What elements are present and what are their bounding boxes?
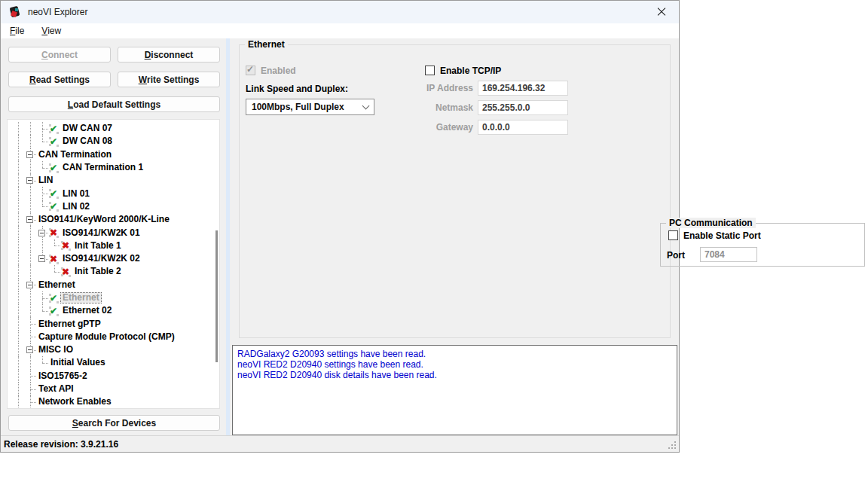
cross-icon: ✖ (60, 239, 72, 252)
tree-item-init-table-1[interactable]: ✖Init Table 1 (12, 239, 219, 252)
release-revision-text: Release revision: 3.9.21.16 (4, 439, 118, 450)
search-for-devices-button[interactable]: Search For Devices (8, 415, 220, 431)
close-button[interactable] (644, 1, 679, 23)
tree-item-lin-02[interactable]: ✔LIN 02 (12, 200, 219, 213)
netmask-input[interactable]: 255.255.0.0 (478, 100, 568, 115)
resize-grip[interactable] (674, 447, 676, 449)
port-input[interactable]: 7084 (700, 247, 757, 262)
tree-item-label: Network Enables (36, 397, 114, 407)
tree-item-label: Ethernet 02 (60, 306, 114, 316)
read-settings-button[interactable]: Read Settings (8, 72, 111, 87)
tree-item-label: LIN 02 (60, 202, 92, 212)
tree-item-ethernet[interactable]: Ethernet (12, 279, 219, 291)
gateway-input[interactable]: 0.0.0.0 (478, 120, 568, 135)
check-mark-icon: ✓ (246, 64, 254, 75)
ip-fields: IP Address169.254.196.32Netmask255.255.0… (423, 81, 568, 135)
expander-minus[interactable] (38, 230, 45, 236)
window-title: neoVI Explorer (28, 7, 87, 17)
tree-item-label: Ethernet (60, 292, 102, 303)
log-panel: RADGalaxy2 G20093 settings have been rea… (232, 345, 677, 435)
enable-tcpip-label: Enable TCP/IP (440, 66, 501, 76)
tree-item-initial-values[interactable]: Initial Values (12, 356, 219, 369)
tree-item-label: ISO9141/KeyWord 2000/K-Line (36, 215, 172, 224)
expander-minus[interactable] (26, 216, 33, 223)
pc-communication-groupbox: PC Communication Enable Static Port Port… (660, 223, 865, 267)
expander-minus[interactable] (26, 177, 33, 184)
maximize-button[interactable] (610, 1, 644, 23)
window-controls (575, 1, 679, 23)
check-icon: ✔ (48, 305, 60, 317)
tree-item-misc-io[interactable]: MISC IO (12, 343, 219, 356)
tree-item-label: CAN Termination (36, 150, 114, 160)
tree-item-label: ISO15765-2 (36, 371, 90, 381)
tree-item-init-table-2[interactable]: ✖Init Table 2 (12, 265, 219, 278)
field-row-ip-address: IP Address169.254.196.32 (423, 81, 568, 96)
expander-minus[interactable] (38, 255, 45, 262)
tree-item-capture-module-protocol-cmp[interactable]: Capture Module Protocol (CMP) (12, 331, 219, 343)
disconnect-button[interactable]: Disconnect (118, 47, 220, 63)
ethernet-groupbox: Ethernet ✓ Enabled Link Speed and Duplex… (239, 44, 671, 338)
tree-item-ethernet-gptp[interactable]: Ethernet gPTP (12, 317, 219, 330)
expander-minus[interactable] (26, 282, 33, 288)
check-icon: ✔ (48, 162, 60, 174)
tree-item-iso15765-2[interactable]: ISO15765-2 (12, 370, 219, 383)
link-speed-select[interactable]: 100Mbps, Full Duplex (246, 99, 374, 115)
panel-splitter[interactable] (226, 38, 230, 436)
tree-item-iso9141-kw2k-01[interactable]: ✖ISO9141/KW2K 01 (12, 226, 219, 239)
netmask-label: Netmask (423, 102, 478, 113)
write-settings-button[interactable]: Write Settings (118, 72, 220, 87)
cross-icon: ✖ (48, 253, 60, 265)
tree-item-iso9141-keyword-2000-k-line[interactable]: ISO9141/KeyWord 2000/K-Line (12, 213, 219, 226)
cross-icon: ✖ (48, 227, 60, 239)
enable-tcpip-checkbox[interactable] (425, 66, 435, 75)
tree-item-label: ISO9141/KW2K 02 (60, 254, 142, 264)
enabled-checkbox: ✓ (246, 66, 255, 75)
tree-scrollbar-thumb[interactable] (215, 230, 218, 362)
menu-file[interactable]: File (8, 25, 26, 37)
close-icon (657, 8, 666, 17)
app-icon (9, 6, 21, 18)
tree-item-can-termination[interactable]: CAN Termination (12, 148, 219, 161)
tree-item-label: Ethernet (36, 280, 78, 290)
tree-rows: ✔DW CAN 07✔DW CAN 08CAN Termination✔CAN … (12, 122, 219, 409)
log-line: neoVI RED2 D20940 disk details have been… (237, 370, 672, 380)
log-line: neoVI RED2 D20940 settings have been rea… (237, 359, 672, 370)
tree-item-label: LIN 01 (60, 189, 92, 199)
connect-button: Connect (8, 47, 111, 63)
tree-item-label: Text API (36, 384, 76, 394)
expander-minus[interactable] (26, 346, 33, 353)
tree-item-text-api[interactable]: Text API (12, 383, 219, 395)
tree-item-ethernet-02[interactable]: ✔Ethernet 02 (12, 304, 219, 317)
tree-item-label: Init Table 2 (72, 267, 124, 276)
pc-communication-title: PC Communication (666, 218, 756, 228)
tree-item-lin[interactable]: LIN (12, 174, 219, 187)
title-bar[interactable]: neoVI Explorer (1, 1, 679, 23)
tree-item-can-termination-1[interactable]: ✔CAN Termination 1 (12, 161, 219, 174)
tree-item-network-enables[interactable]: Network Enables (12, 395, 219, 408)
tree-item-lin-01[interactable]: ✔LIN 01 (12, 187, 219, 200)
load-default-settings-button[interactable]: Load Default Settings (8, 96, 220, 112)
check-icon: ✔ (48, 200, 60, 212)
expander-minus[interactable] (26, 151, 33, 158)
tree-item-label: DW CAN 08 (60, 136, 115, 146)
link-speed-label: Link Speed and Duplex: (246, 84, 348, 94)
menu-view[interactable]: View (39, 25, 63, 37)
chevron-down-icon (362, 102, 370, 109)
minimize-button[interactable] (575, 1, 610, 23)
tree-item-label: DW CAN 07 (60, 124, 115, 133)
field-row-gateway: Gateway0.0.0.0 (423, 120, 568, 135)
enable-static-port-checkbox[interactable] (668, 230, 678, 240)
enabled-checkbox-label: Enabled (261, 66, 296, 76)
ip-address-input[interactable]: 169.254.196.32 (478, 81, 568, 96)
field-row-netmask: Netmask255.255.0.0 (423, 100, 568, 115)
ethernet-group-title: Ethernet (245, 39, 288, 50)
tree-item-ethernet[interactable]: ✔Ethernet (12, 291, 219, 304)
cross-icon: ✖ (60, 266, 72, 278)
check-icon: ✔ (48, 123, 60, 135)
check-icon: ✔ (48, 136, 60, 148)
log-line: RADGalaxy2 G20093 settings have been rea… (237, 349, 672, 359)
tree-item-iso9141-kw2k-02[interactable]: ✖ISO9141/KW2K 02 (12, 252, 219, 265)
tree-item-label: ISO9141/KW2K 01 (60, 228, 142, 238)
tree-item-dw-can-07[interactable]: ✔DW CAN 07 (12, 122, 219, 135)
tree-item-dw-can-08[interactable]: ✔DW CAN 08 (12, 135, 219, 148)
